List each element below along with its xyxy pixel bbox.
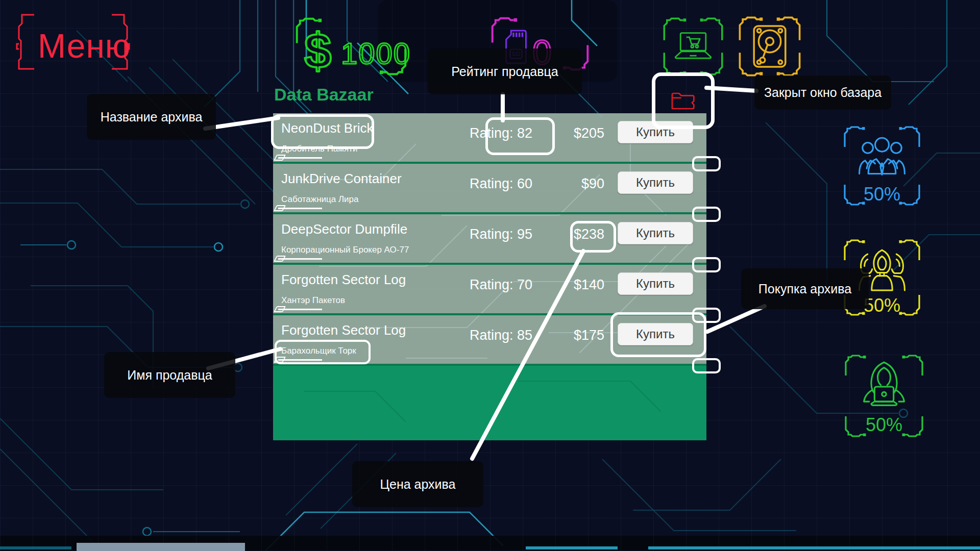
- hard-drive-icon: [752, 24, 788, 69]
- faction-corporate-percent: 50%: [843, 184, 921, 205]
- buy-button[interactable]: Купить: [618, 272, 693, 295]
- archive-price: $238: [546, 214, 604, 242]
- annotation-seller-name: Имя продавца: [104, 352, 235, 398]
- divider-decor: [278, 208, 322, 209]
- close-bazaar-button[interactable]: [652, 72, 715, 129]
- seller-rating: Rating: 95: [456, 214, 546, 242]
- annotation-close-window: Закрыт окно базара: [754, 76, 891, 110]
- red-folder-icon: [669, 89, 698, 113]
- divider-tab-decor: [692, 257, 721, 272]
- game-background: Меню $ 1000 SD 0: [0, 0, 980, 551]
- annotation-archive-price: Цена архива: [352, 461, 483, 507]
- divider-tab-decor: [692, 207, 721, 222]
- archive-name: DeepSector Dumpfile: [281, 221, 456, 237]
- footer-decor: [273, 366, 706, 437]
- archive-price: $140: [546, 265, 604, 293]
- dollar-icon: $: [304, 23, 331, 78]
- divider-decor: [278, 359, 322, 361]
- money-counter: $ 1000: [291, 13, 424, 79]
- shop-button[interactable]: [663, 17, 724, 76]
- seller-name: Дробитель Памяти: [281, 144, 456, 154]
- market-row: Forgotten Sector Log Барахольщик Торк Ra…: [273, 315, 706, 366]
- menu-title-block: Меню: [15, 13, 138, 72]
- divider-tab-decor: [692, 156, 721, 171]
- panel-footer: [273, 366, 706, 440]
- annotation-buy-archive: Покупка архива: [741, 268, 869, 309]
- faction-hacker-indicator: 50%: [844, 354, 924, 438]
- seller-name: Корпорационный Брокер АО-77: [281, 245, 456, 255]
- archive-name: JunkDrive Container: [281, 171, 456, 186]
- annotation-seller-rating: Рейтинг продавца: [428, 48, 582, 94]
- market-row: Forgotten Sector Log Хантэр Пакетов Rati…: [273, 265, 706, 315]
- annotation-archive-name: Название архива: [87, 94, 216, 140]
- seller-name: Хантэр Пакетов: [281, 295, 456, 306]
- archive-name: NeonDust Brick: [281, 120, 456, 136]
- archive-price: $175: [546, 315, 604, 343]
- archive-price: $90: [546, 164, 604, 192]
- storage-button[interactable]: [738, 16, 801, 77]
- seller-rating: Rating: 85: [456, 315, 546, 343]
- hacker-laptop-icon: [855, 359, 913, 414]
- divider-decor: [278, 258, 322, 260]
- market-row: JunkDrive Container Саботажница Лира Rat…: [273, 164, 706, 214]
- buy-button[interactable]: Купить: [618, 171, 693, 194]
- market-row: DeepSector Dumpfile Корпорационный Броке…: [273, 214, 706, 265]
- buy-button[interactable]: Купить: [618, 222, 693, 244]
- laptop-cart-icon: [671, 31, 715, 62]
- red-bracket-left-icon: [15, 13, 36, 70]
- divider-tab-decor: [692, 308, 721, 323]
- archive-name: Forgotten Sector Log: [281, 322, 456, 338]
- divider-tab-decor: [692, 358, 721, 373]
- archive-price: $205: [546, 113, 604, 141]
- archive-name: Forgotten Sector Log: [281, 272, 456, 287]
- faction-corporate-indicator: 50%: [843, 126, 921, 206]
- bazaar-title: Data Bazaar: [274, 85, 374, 105]
- seller-rating: Rating: 60: [456, 164, 546, 192]
- buy-button[interactable]: Купить: [618, 323, 693, 345]
- divider-decor: [278, 157, 322, 159]
- divider-decor: [278, 309, 322, 310]
- money-amount-text: $ 1000: [303, 21, 421, 78]
- seller-name: Барахольщик Торк: [281, 346, 456, 356]
- faction-hacker-percent: 50%: [844, 414, 924, 436]
- menu-title: Меню: [38, 27, 131, 65]
- business-group-icon: [852, 134, 912, 182]
- data-bazaar-panel: NeonDust Brick Дробитель Памяти Rating: …: [273, 113, 706, 440]
- seller-rating: Rating: 82: [456, 113, 546, 141]
- money-amount: 1000: [341, 37, 411, 70]
- seller-rating: Rating: 70: [456, 265, 546, 293]
- seller-name: Саботажница Лира: [281, 194, 456, 205]
- market-row: NeonDust Brick Дробитель Памяти Rating: …: [273, 113, 706, 164]
